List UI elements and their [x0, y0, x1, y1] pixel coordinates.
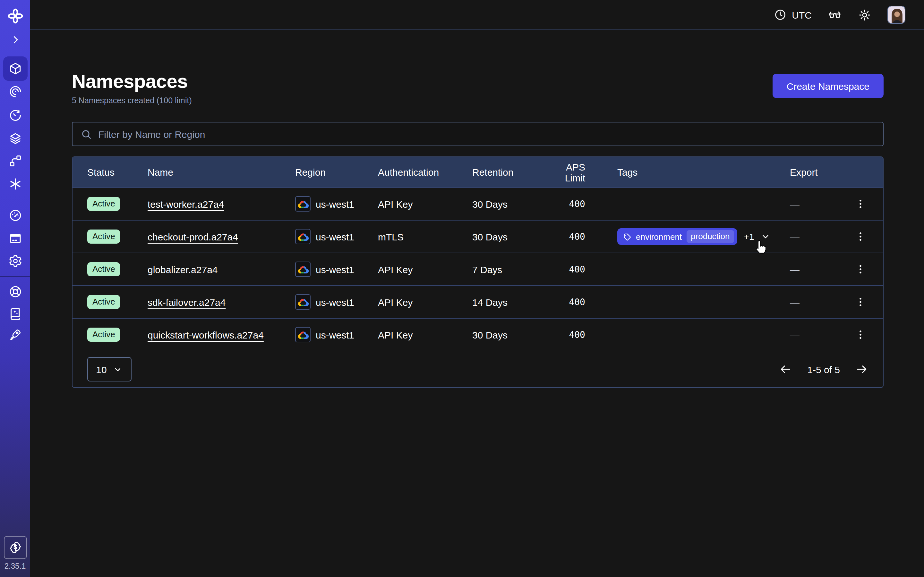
col-retention[interactable]: Retention: [472, 167, 547, 177]
col-tags[interactable]: Tags: [617, 167, 790, 177]
sidebar-item-namespaces[interactable]: [3, 56, 27, 81]
chevron-down-icon: [760, 231, 771, 242]
namespaces-table: Status Name Region Authentication Retent…: [72, 156, 884, 388]
sidebar-item-timer-icon[interactable]: [3, 103, 27, 127]
namespace-link[interactable]: quickstart-workflows.a27a4: [148, 329, 264, 340]
namespace-count-subtitle: 5 Namespaces created (100 limit): [72, 96, 192, 105]
aps-value: 400: [547, 297, 617, 307]
main-content: Namespaces 5 Namespaces created (100 lim…: [72, 71, 884, 388]
auth-value: API Key: [378, 329, 472, 340]
sidebar-item-branch-icon[interactable]: [3, 149, 27, 173]
row-menu-button[interactable]: [853, 196, 868, 211]
create-namespace-button[interactable]: Create Namespace: [772, 74, 884, 98]
gcp-region-icon: [295, 327, 310, 342]
export-value: —: [790, 231, 800, 242]
pricing-button[interactable]: [3, 536, 27, 559]
row-menu-button[interactable]: [853, 261, 868, 277]
sidebar-item-layers-icon[interactable]: [3, 126, 27, 151]
col-authentication[interactable]: Authentication: [378, 167, 472, 177]
filter-input[interactable]: [98, 129, 875, 139]
pagination: 1-5 of 5: [779, 363, 868, 376]
tag-key: environment: [636, 232, 682, 242]
labs-glasses-button[interactable]: [828, 8, 842, 22]
status-badge: Active: [87, 262, 120, 276]
sidebar-item-rocket-icon[interactable]: [3, 322, 27, 347]
retention-value: 7 Days: [472, 264, 547, 275]
retention-value: 30 Days: [472, 231, 547, 242]
tags-more-count: +1: [744, 231, 754, 242]
gcp-region-icon: [295, 229, 310, 244]
chevron-down-icon: [113, 364, 123, 374]
kebab-icon: [855, 296, 866, 308]
user-avatar[interactable]: [887, 6, 905, 24]
sidebar-item-spiral-icon[interactable]: [3, 79, 27, 104]
aps-value: 400: [547, 231, 617, 242]
col-name[interactable]: Name: [148, 167, 295, 177]
export-value: —: [790, 198, 800, 210]
namespace-link[interactable]: globalizer.a27a4: [148, 264, 218, 275]
sidebar-item-asterisk-icon[interactable]: [3, 172, 27, 196]
region-label: us-west1: [316, 297, 354, 308]
col-aps-limit[interactable]: APS Limit: [547, 161, 617, 183]
status-badge: Active: [87, 295, 120, 309]
sidebar-item-usage-gauge-icon[interactable]: [3, 203, 27, 227]
prev-page-button[interactable]: [779, 363, 792, 376]
kebab-icon: [855, 198, 866, 210]
arrow-right-icon: [855, 363, 868, 376]
tag-value: production: [686, 230, 734, 243]
table-row: Active globalizer.a27a4 us-west1 API Key…: [73, 253, 883, 285]
theme-toggle-button[interactable]: [858, 8, 871, 21]
export-value: —: [790, 329, 800, 340]
auth-value: mTLS: [378, 231, 472, 242]
sidebar-item-support-lifebuoy-icon[interactable]: [3, 279, 27, 304]
gcp-region-icon: [295, 261, 310, 277]
sun-icon: [858, 8, 871, 21]
col-export[interactable]: Export: [790, 167, 868, 177]
sidebar-item-docs-book-icon[interactable]: [3, 301, 27, 326]
row-menu-button[interactable]: [853, 294, 868, 309]
tag-pill[interactable]: environment production: [617, 228, 738, 245]
namespace-link[interactable]: checkout-prod.a27a4: [148, 231, 238, 242]
arrow-left-icon: [779, 363, 792, 376]
status-badge: Active: [87, 229, 120, 243]
sidebar-item-settings-gear-icon[interactable]: [3, 249, 27, 273]
auth-value: API Key: [378, 297, 472, 308]
filter-bar: [72, 122, 884, 146]
tags-expand-button[interactable]: [760, 231, 771, 242]
sidebar-expand-button[interactable]: [3, 27, 27, 52]
status-badge: Active: [87, 327, 120, 342]
page-size-select[interactable]: 10: [87, 357, 132, 382]
namespace-link[interactable]: test-worker.a27a4: [148, 198, 224, 210]
status-badge: Active: [87, 197, 120, 211]
sidebar-item-billing-icon[interactable]: [3, 226, 27, 251]
dollar-badge-icon: [8, 540, 22, 554]
region-label: us-west1: [316, 198, 354, 210]
namespace-link[interactable]: sdk-failover.a27a4: [148, 297, 226, 308]
table-row: Active quickstart-workflows.a27a4 us-wes…: [73, 318, 883, 351]
region-label: us-west1: [316, 329, 354, 340]
timezone-label: UTC: [792, 9, 812, 20]
glasses-icon: [828, 8, 842, 22]
retention-value: 30 Days: [472, 198, 547, 210]
col-status[interactable]: Status: [87, 167, 148, 177]
tag-icon: [623, 232, 632, 241]
gcp-region-icon: [295, 196, 310, 211]
region-label: us-west1: [316, 264, 354, 275]
timezone-selector[interactable]: UTC: [774, 8, 812, 21]
app-window: 2.35.1 UTC Namespaces 5 Namespaces creat…: [0, 0, 924, 577]
page-size-value: 10: [96, 364, 107, 375]
row-menu-button[interactable]: [853, 327, 868, 342]
kebab-icon: [855, 231, 866, 242]
page-title: Namespaces: [72, 71, 192, 92]
export-value: —: [790, 297, 800, 308]
retention-value: 14 Days: [472, 297, 547, 308]
export-value: —: [790, 264, 800, 275]
retention-value: 30 Days: [472, 329, 547, 340]
next-page-button[interactable]: [855, 363, 868, 376]
app-version: 2.35.1: [0, 562, 30, 571]
sidebar: 2.35.1: [0, 0, 30, 577]
gcp-region-icon: [295, 294, 310, 309]
temporal-logo[interactable]: [3, 4, 27, 28]
row-menu-button[interactable]: [853, 229, 868, 244]
col-region[interactable]: Region: [295, 167, 378, 177]
